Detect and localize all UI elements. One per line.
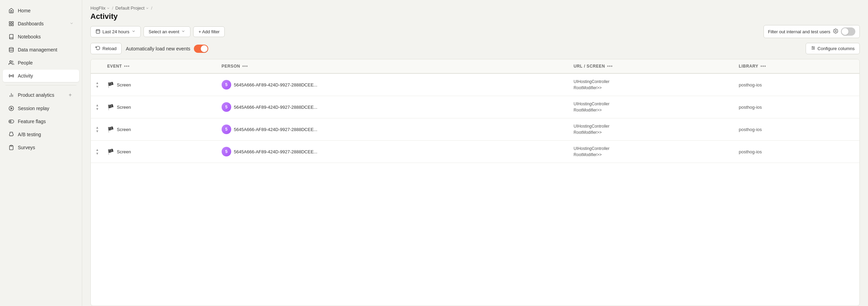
- person-avatar-1: 5: [222, 102, 231, 112]
- breadcrumb-hogflix[interactable]: HogFlix: [90, 5, 110, 11]
- sidebar-item-feature-flags[interactable]: Feature flags: [3, 115, 79, 128]
- sidebar-item-ab-testing[interactable]: A/B testing: [3, 128, 79, 141]
- expand-arrows-1[interactable]: ▲ ▼: [95, 104, 100, 111]
- sidebar-item-surveys[interactable]: Surveys: [3, 141, 79, 154]
- grid-icon: [8, 21, 14, 27]
- time-filter-label: Last 24 hours: [102, 29, 129, 34]
- calendar-icon: [96, 29, 100, 35]
- event-name-0: Screen: [117, 82, 131, 87]
- chevron-down-icon-2: [181, 29, 185, 34]
- breadcrumb-sep-1: /: [112, 5, 113, 11]
- th-person: PERSON •••: [216, 59, 568, 73]
- person-col-menu-icon[interactable]: •••: [242, 63, 248, 69]
- breadcrumb-project[interactable]: Default Project: [115, 5, 149, 11]
- table-row[interactable]: ▲ ▼ 🏴 Screen 5 5645A666-AF89-424D-9927-2…: [91, 141, 859, 163]
- auto-load-text: Automatically load new events: [126, 46, 190, 51]
- svg-rect-0: [9, 22, 11, 23]
- event-cell-3: 🏴 Screen: [102, 141, 216, 163]
- library-cell-2: posthog-ios: [733, 118, 859, 141]
- flask-icon: [8, 131, 14, 138]
- row-expand-0[interactable]: ▲ ▼: [91, 73, 102, 96]
- sidebar-item-product-analytics[interactable]: Product analytics +: [3, 89, 79, 102]
- person-id-0[interactable]: 5645A666-AF89-424D-9927-2888DCEE...: [234, 82, 318, 87]
- row-expand-3[interactable]: ▲ ▼: [91, 141, 102, 163]
- expand-arrows-2[interactable]: ▲ ▼: [95, 126, 100, 133]
- library-col-menu-icon[interactable]: •••: [760, 63, 766, 69]
- event-cell-2: 🏴 Screen: [102, 118, 216, 141]
- reload-label: Reload: [102, 46, 116, 51]
- event-col-menu-icon[interactable]: •••: [124, 63, 130, 69]
- svg-rect-15: [10, 145, 12, 146]
- database-icon: [8, 47, 14, 53]
- url-line2-2: RootModifier>>: [574, 129, 728, 136]
- sidebar-item-data-management[interactable]: Data management: [3, 44, 79, 56]
- event-select-label: Select an event: [149, 29, 179, 34]
- svg-point-4: [9, 47, 13, 49]
- sidebar-item-notebooks[interactable]: Notebooks: [3, 31, 79, 43]
- svg-point-6: [11, 75, 12, 76]
- sidebar-item-data-management-label: Data management: [18, 47, 74, 52]
- secondary-toolbar-right: Configure columns: [806, 43, 860, 54]
- url-line1-2: UIHostingController RootModifier>>: [574, 123, 728, 136]
- time-filter-button[interactable]: Last 24 hours: [90, 26, 141, 37]
- sidebar-divider: [5, 85, 76, 85]
- event-cell-1: 🏴 Screen: [102, 96, 216, 118]
- main-content: HogFlix / Default Project / Activity Las…: [82, 0, 868, 306]
- person-avatar-0: 5: [222, 80, 231, 90]
- events-table: EVENT ••• PERSON ••• URL / SCREEN: [91, 59, 859, 163]
- person-avatar-2: 5: [222, 125, 231, 134]
- product-analytics-add-icon[interactable]: +: [67, 92, 74, 98]
- person-id-1[interactable]: 5645A666-AF89-424D-9927-2888DCEE...: [234, 105, 318, 110]
- url-cell-3: UIHostingController RootModifier>>: [568, 141, 733, 163]
- configure-columns-button[interactable]: Configure columns: [806, 43, 860, 54]
- reload-button[interactable]: Reload: [90, 43, 122, 54]
- play-circle-icon: [8, 105, 14, 111]
- gear-icon[interactable]: [833, 28, 838, 35]
- svg-rect-2: [12, 24, 13, 26]
- event-name-3: Screen: [117, 149, 131, 154]
- sidebar-item-people[interactable]: People: [3, 57, 79, 69]
- auto-load-toggle[interactable]: [194, 45, 208, 53]
- table-row[interactable]: ▲ ▼ 🏴 Screen 5 5645A666-AF89-424D-9927-2…: [91, 96, 859, 118]
- book-icon: [8, 34, 14, 40]
- person-cell-1: 5 5645A666-AF89-424D-9927-2888DCEE...: [216, 96, 568, 118]
- filter-out-area: Filter out internal and test users: [764, 25, 860, 38]
- url-line1-3: UIHostingController RootModifier>>: [574, 145, 728, 158]
- url-col-menu-icon[interactable]: •••: [607, 63, 613, 69]
- person-id-2[interactable]: 5645A666-AF89-424D-9927-2888DCEE...: [234, 127, 318, 132]
- toolbar-right: Filter out internal and test users: [764, 25, 860, 38]
- sidebar-item-session-replay[interactable]: Session replay: [3, 102, 79, 115]
- table-row[interactable]: ▲ ▼ 🏴 Screen 5 5645A666-AF89-424D-9927-2…: [91, 73, 859, 96]
- filter-out-toggle[interactable]: [841, 27, 855, 36]
- event-flag-icon-2: 🏴: [107, 126, 114, 133]
- radio-icon: [8, 73, 14, 79]
- svg-point-5: [10, 61, 11, 62]
- library-cell-1: posthog-ios: [733, 96, 859, 118]
- sidebar-item-product-analytics-label: Product analytics: [18, 92, 63, 98]
- main-header: HogFlix / Default Project / Activity: [82, 0, 868, 25]
- person-id-3[interactable]: 5645A666-AF89-424D-9927-2888DCEE...: [234, 149, 318, 154]
- expand-arrows-3[interactable]: ▲ ▼: [95, 148, 100, 155]
- svg-rect-3: [9, 24, 11, 26]
- event-flag-icon-3: 🏴: [107, 149, 114, 155]
- event-select-button[interactable]: Select an event: [144, 26, 191, 37]
- events-table-container: EVENT ••• PERSON ••• URL / SCREEN: [90, 59, 860, 306]
- sidebar-item-home-label: Home: [18, 8, 74, 13]
- secondary-toolbar: Reload Automatically load new events Con…: [82, 43, 868, 59]
- users-icon: [8, 60, 14, 66]
- toolbar: Last 24 hours Select an event + Add filt…: [82, 25, 868, 43]
- add-filter-button[interactable]: + Add filter: [193, 26, 225, 37]
- bar-chart-icon: [8, 92, 14, 98]
- expand-arrows-0[interactable]: ▲ ▼: [95, 81, 100, 89]
- sidebar-item-dashboards[interactable]: Dashboards: [3, 17, 79, 30]
- row-expand-2[interactable]: ▲ ▼: [91, 118, 102, 141]
- sidebar-item-activity[interactable]: Activity: [3, 70, 79, 82]
- sidebar-item-home[interactable]: Home: [3, 4, 79, 17]
- url-line2-3: RootModifier>>: [574, 152, 728, 158]
- library-cell-0: posthog-ios: [733, 73, 859, 96]
- sidebar-item-notebooks-label: Notebooks: [18, 34, 74, 39]
- row-expand-1[interactable]: ▲ ▼: [91, 96, 102, 118]
- toggle-icon: [8, 118, 14, 125]
- table-row[interactable]: ▲ ▼ 🏴 Screen 5 5645A666-AF89-424D-9927-2…: [91, 118, 859, 141]
- filter-out-label: Filter out internal and test users: [768, 29, 830, 34]
